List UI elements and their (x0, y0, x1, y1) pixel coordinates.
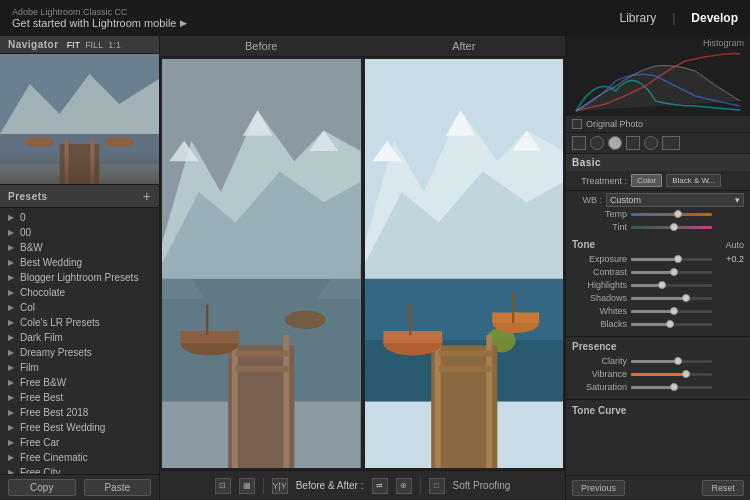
tint-label: Tint (572, 222, 627, 232)
before-label: Before (160, 36, 363, 56)
svg-point-26 (285, 311, 326, 329)
presence-section: Presence Clarity Vibrance (566, 337, 750, 400)
module-separator: | (672, 11, 675, 25)
svg-rect-25 (206, 304, 208, 335)
list-item[interactable]: ▶Film (0, 360, 159, 375)
auto-label[interactable]: Auto (725, 240, 744, 250)
exposure-value: +0.2 (716, 254, 744, 264)
before-after-header: Before After (160, 36, 565, 57)
copy-settings-icon[interactable]: ⊕ (396, 478, 412, 494)
navigator-title: Navigator (8, 39, 59, 50)
presets-header: Presets + (0, 184, 159, 208)
svg-rect-39 (438, 350, 491, 356)
preset-list: ▶0 ▶00 ▶B&W ▶Best Wedding ▶Blogger Light… (0, 208, 159, 474)
color-treatment-btn[interactable]: Color (631, 174, 662, 187)
list-item[interactable]: ▶00 (0, 225, 159, 240)
list-item[interactable]: ▶0 (0, 210, 159, 225)
saturation-slider[interactable] (631, 386, 712, 389)
histogram-area: Histogram (566, 36, 750, 116)
list-item[interactable]: ▶Dark Film (0, 330, 159, 345)
tint-row: Tint (566, 222, 750, 232)
highlights-slider[interactable] (631, 284, 712, 287)
vibrance-slider[interactable] (631, 373, 712, 376)
whites-row: Whites (572, 306, 744, 316)
toggle-y-icon[interactable]: Y|Y (272, 478, 288, 494)
spot-heal-icon[interactable] (590, 136, 604, 150)
histogram-svg (566, 36, 750, 116)
toolbar-separator-1 (263, 478, 264, 494)
clarity-row: Clarity (572, 356, 744, 366)
shadows-row: Shadows (572, 293, 744, 303)
list-item[interactable]: ▶Free City (0, 465, 159, 474)
list-item[interactable]: ▶Blogger Lightroom Presets (0, 270, 159, 285)
tone-curve-title: Tone Curve (572, 405, 626, 416)
contrast-slider[interactable] (631, 271, 712, 274)
svg-rect-42 (383, 331, 442, 343)
temp-slider[interactable] (631, 213, 712, 216)
exposure-slider[interactable] (631, 258, 712, 261)
after-svg (365, 59, 564, 468)
list-item[interactable]: ▶Chocolate (0, 285, 159, 300)
crop-icon[interactable] (572, 136, 586, 150)
highlights-label: Highlights (572, 280, 627, 290)
blacks-label: Blacks (572, 319, 627, 329)
original-photo-checkbox[interactable] (572, 119, 582, 129)
exposure-label: Exposure (572, 254, 627, 264)
zoom-fit[interactable]: FIT (67, 40, 81, 50)
radial-icon[interactable] (644, 136, 658, 150)
histogram-label: Histogram (703, 38, 744, 48)
list-item[interactable]: ▶Free Cinematic (0, 450, 159, 465)
blacks-slider[interactable] (631, 323, 712, 326)
shadows-slider[interactable] (631, 297, 712, 300)
svg-rect-21 (236, 350, 289, 356)
fit-view-icon[interactable]: ⊡ (215, 478, 231, 494)
gradient-icon[interactable] (626, 136, 640, 150)
tint-slider[interactable] (631, 226, 712, 229)
list-item[interactable]: ▶Free Best 2018 (0, 405, 159, 420)
presets-panel: Presets + ▶0 ▶00 ▶B&W ▶Best Wedding ▶Blo… (0, 184, 159, 474)
list-item[interactable]: ▶Dreamy Presets (0, 345, 159, 360)
after-label: After (363, 36, 566, 56)
svg-rect-43 (409, 304, 411, 335)
wb-label: WB : (572, 195, 602, 205)
wb-row: WB : Custom ▾ (566, 191, 750, 209)
navigator-zoom-options: FIT FILL 1:1 (67, 40, 121, 50)
wb-dropdown[interactable]: Custom ▾ (606, 193, 744, 207)
basic-header: Basic (566, 154, 750, 171)
list-item[interactable]: ▶Best Wedding (0, 255, 159, 270)
grid-view-icon[interactable]: ▦ (239, 478, 255, 494)
presets-add-button[interactable]: + (143, 188, 151, 204)
list-item[interactable]: ▶Free Best Wedding (0, 420, 159, 435)
whites-slider[interactable] (631, 310, 712, 313)
paste-button[interactable]: Paste (84, 479, 152, 496)
treatment-row: Treatment : Color Black & W... (566, 171, 750, 191)
clarity-slider[interactable] (631, 360, 712, 363)
list-item[interactable]: ▶Free Car (0, 435, 159, 450)
list-item[interactable]: ▶Free B&W (0, 375, 159, 390)
bw-treatment-btn[interactable]: Black & W... (666, 174, 721, 187)
saturation-label: Saturation (572, 382, 627, 392)
previous-button[interactable]: Previous (572, 480, 625, 496)
tone-section-title: Tone Auto (572, 239, 744, 250)
list-item[interactable]: ▶Col (0, 300, 159, 315)
copy-button[interactable]: Copy (8, 479, 76, 496)
library-module[interactable]: Library (620, 11, 657, 25)
play-icon[interactable]: ▶ (180, 18, 187, 28)
svg-rect-24 (180, 331, 239, 343)
develop-module[interactable]: Develop (691, 11, 738, 25)
reset-button[interactable]: Reset (702, 480, 744, 496)
soft-proof-icon[interactable]: □ (429, 478, 445, 494)
zoom-fill[interactable]: FILL (85, 40, 103, 50)
adjustment-brush-icon[interactable] (662, 136, 680, 150)
whites-label: Whites (572, 306, 627, 316)
list-item[interactable]: ▶B&W (0, 240, 159, 255)
before-after-btn[interactable]: Before & After : (296, 480, 364, 491)
list-item[interactable]: ▶Free Best (0, 390, 159, 405)
main-content: Navigator FIT FILL 1:1 (0, 36, 750, 500)
zoom-1-1[interactable]: 1:1 (108, 40, 121, 50)
wb-value: Custom (610, 195, 641, 205)
swap-icon[interactable]: ⇄ (372, 478, 388, 494)
redeye-icon[interactable] (608, 136, 622, 150)
saturation-row: Saturation (572, 382, 744, 392)
list-item[interactable]: ▶Cole's LR Presets (0, 315, 159, 330)
